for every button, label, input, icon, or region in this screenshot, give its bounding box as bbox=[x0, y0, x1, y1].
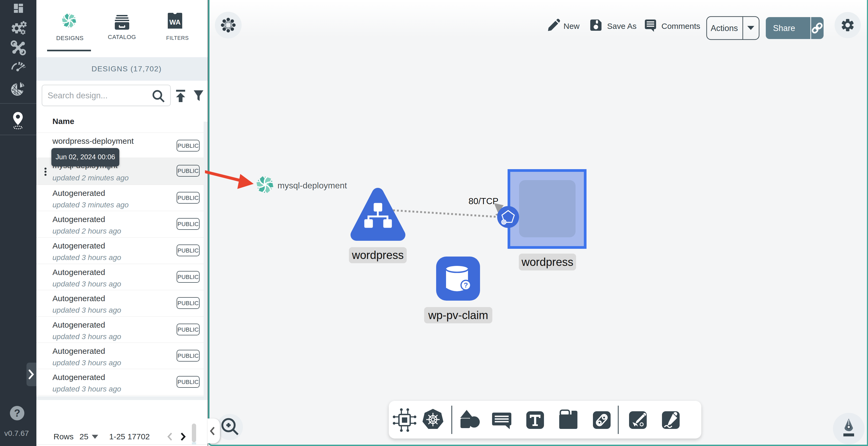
svg-text:?: ? bbox=[14, 408, 20, 419]
svg-text:v0.7.67: v0.7.67 bbox=[4, 429, 29, 438]
svg-text:?: ? bbox=[464, 281, 468, 289]
svg-text:WA: WA bbox=[169, 18, 181, 26]
